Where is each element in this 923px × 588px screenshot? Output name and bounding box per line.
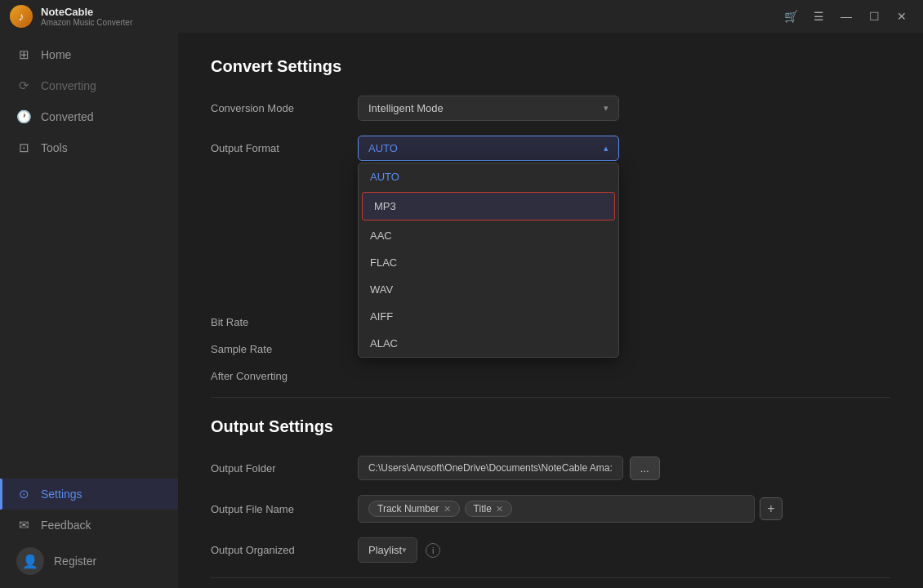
- tag-title-label: Title: [474, 503, 492, 514]
- after-converting-label: After Converting: [211, 370, 358, 382]
- cart-button[interactable]: 🛒: [779, 5, 802, 28]
- sidebar-item-converting[interactable]: ⟳ Converting: [0, 70, 178, 101]
- menu-button[interactable]: ☰: [807, 5, 830, 28]
- output-format-label: Output Format: [211, 142, 358, 154]
- maximize-button[interactable]: ☐: [863, 5, 885, 28]
- sidebar: ⊞ Home ⟳ Converting 🕐 Converted ⊡ Tools …: [0, 33, 178, 588]
- sidebar-item-register[interactable]: 👤 Register: [0, 541, 178, 581]
- output-folder-control: C:\Users\Anvsoft\OneDrive\Documents\Note…: [358, 456, 660, 480]
- sidebar-item-tools[interactable]: ⊡ Tools: [0, 132, 178, 163]
- output-organized-value: Playlist: [368, 544, 402, 556]
- conversion-mode-label: Conversion Mode: [211, 102, 358, 114]
- main-layout: ⊞ Home ⟳ Converting 🕐 Converted ⊡ Tools …: [0, 33, 923, 588]
- converting-icon: ⟳: [16, 78, 31, 93]
- section-divider-1: [211, 397, 890, 398]
- sample-rate-label: Sample Rate: [211, 343, 358, 355]
- tag-track-number-label: Track Number: [377, 503, 439, 514]
- sidebar-item-feedback[interactable]: ✉ Feedback: [0, 510, 178, 541]
- output-organized-label: Output Organized: [211, 544, 358, 556]
- home-icon: ⊞: [16, 47, 31, 62]
- chevron-down-icon-2: ▾: [402, 545, 407, 555]
- output-file-name-control: Track Number ✕ Title ✕ +: [358, 495, 783, 523]
- sidebar-label-converted: Converted: [41, 110, 94, 123]
- add-tag-button[interactable]: +: [760, 497, 783, 520]
- sidebar-item-converted[interactable]: 🕐 Converted: [0, 101, 178, 132]
- output-folder-input[interactable]: C:\Users\Anvsoft\OneDrive\Documents\Note…: [358, 456, 623, 480]
- tag-title-close[interactable]: ✕: [496, 504, 503, 514]
- feedback-icon: ✉: [16, 518, 31, 532]
- close-button[interactable]: ✕: [890, 5, 913, 28]
- sidebar-label-settings: Settings: [41, 488, 82, 501]
- output-format-row: Output Format AUTO ▴ AUTO MP3 AAC FLAC W…: [211, 136, 890, 161]
- info-icon[interactable]: i: [426, 543, 440, 558]
- converted-icon: 🕐: [16, 109, 31, 124]
- after-converting-row: After Converting: [211, 370, 890, 382]
- output-file-name-label: Output File Name: [211, 503, 358, 515]
- conversion-mode-row: Conversion Mode Intelligent Mode ▾: [211, 96, 890, 121]
- app-name: NoteCable: [41, 6, 132, 18]
- minimize-button[interactable]: —: [835, 5, 858, 28]
- output-folder-label: Output Folder: [211, 462, 358, 474]
- output-settings-title: Output Settings: [211, 417, 890, 436]
- settings-icon: ⊙: [16, 487, 31, 501]
- output-file-name-row: Output File Name Track Number ✕ Title ✕ …: [211, 495, 890, 523]
- app-title-group: NoteCable Amazon Music Converter: [41, 6, 132, 27]
- avatar: 👤: [16, 547, 44, 575]
- sidebar-item-home[interactable]: ⊞ Home: [0, 39, 178, 70]
- tools-icon: ⊡: [16, 140, 31, 155]
- dropdown-item-alac[interactable]: ALAC: [359, 330, 618, 357]
- output-format-select[interactable]: AUTO ▴: [358, 136, 619, 161]
- conversion-mode-value: Intelligent Mode: [368, 102, 444, 114]
- sidebar-label-register: Register: [54, 555, 96, 568]
- tags-box: Track Number ✕ Title ✕: [358, 495, 755, 523]
- dropdown-item-flac[interactable]: FLAC: [359, 249, 618, 276]
- dropdown-item-auto[interactable]: AUTO: [359, 163, 618, 190]
- content-area: Convert Settings Conversion Mode Intelli…: [178, 33, 923, 588]
- output-format-value: AUTO: [368, 142, 398, 154]
- tag-track-number-close[interactable]: ✕: [444, 504, 451, 514]
- convert-settings-title: Convert Settings: [211, 57, 890, 76]
- sidebar-label-home: Home: [41, 48, 71, 61]
- conversion-mode-control: Intelligent Mode ▾: [358, 96, 619, 121]
- app-branding: ♪ NoteCable Amazon Music Converter: [10, 5, 132, 28]
- output-format-control: AUTO ▴ AUTO MP3 AAC FLAC WAV AIFF ALAC: [358, 136, 619, 161]
- window-controls: 🛒 ☰ — ☐ ✕: [779, 5, 913, 28]
- output-format-dropdown: AUTO MP3 AAC FLAC WAV AIFF ALAC: [358, 163, 619, 358]
- dropdown-item-aiff[interactable]: AIFF: [359, 303, 618, 330]
- conversion-mode-select[interactable]: Intelligent Mode ▾: [358, 96, 619, 121]
- title-bar: ♪ NoteCable Amazon Music Converter 🛒 ☰ —…: [0, 0, 923, 33]
- sidebar-item-settings[interactable]: ⊙ Settings: [0, 479, 178, 510]
- sidebar-label-tools: Tools: [41, 141, 68, 154]
- sidebar-bottom: ⊙ Settings ✉ Feedback 👤 Register: [0, 479, 178, 581]
- dropdown-item-aac[interactable]: AAC: [359, 222, 618, 249]
- tag-title[interactable]: Title ✕: [465, 501, 512, 517]
- app-subtitle: Amazon Music Converter: [41, 18, 132, 27]
- dropdown-item-mp3[interactable]: MP3: [362, 192, 615, 220]
- dropdown-item-wav[interactable]: WAV: [359, 276, 618, 303]
- chevron-up-icon: ▴: [604, 143, 609, 154]
- chevron-down-icon: ▾: [604, 103, 609, 114]
- bit-rate-label: Bit Rate: [211, 316, 358, 328]
- sidebar-label-converting: Converting: [41, 79, 96, 92]
- output-organized-row: Output Organized Playlist ▾ i: [211, 537, 890, 563]
- output-folder-row: Output Folder C:\Users\Anvsoft\OneDrive\…: [211, 456, 890, 480]
- sidebar-label-feedback: Feedback: [41, 519, 91, 532]
- section-divider-2: [211, 577, 890, 578]
- output-organized-control: Playlist ▾ i: [358, 537, 440, 563]
- app-logo: ♪: [10, 5, 33, 28]
- browse-folder-button[interactable]: ...: [630, 457, 660, 480]
- output-organized-select[interactable]: Playlist ▾: [358, 537, 417, 563]
- tag-track-number[interactable]: Track Number ✕: [368, 501, 460, 517]
- output-folder-value: C:\Users\Anvsoft\OneDrive\Documents\Note…: [368, 462, 613, 474]
